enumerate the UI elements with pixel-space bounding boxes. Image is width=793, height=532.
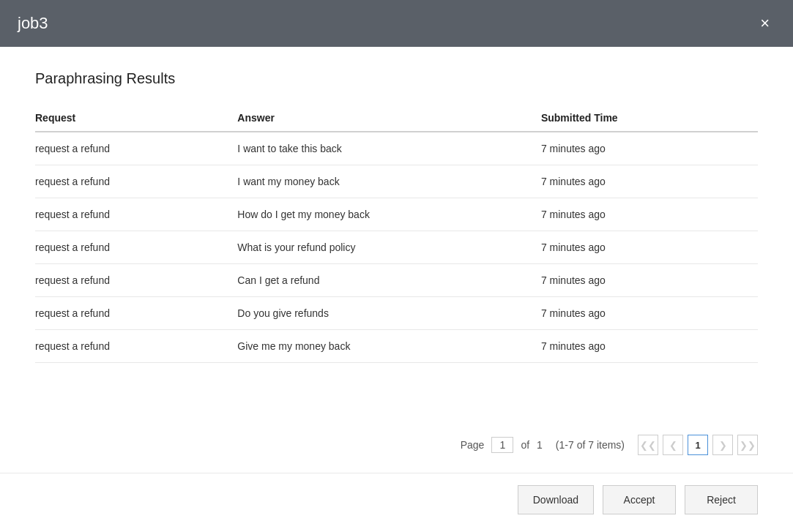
cell-answer: Can I get a refund xyxy=(237,264,541,297)
download-button[interactable]: Download xyxy=(518,485,594,514)
cell-answer: I want to take this back xyxy=(237,132,541,165)
pagination: Page 1 of 1 (1-7 of 7 items) ❮❮ ❮ 1 ❯ ❯❯ xyxy=(35,423,758,461)
accept-button[interactable]: Accept xyxy=(603,485,676,514)
cell-time: 7 minutes ago xyxy=(541,264,758,297)
items-info: (1-7 of 7 items) xyxy=(556,439,625,451)
last-page-button[interactable]: ❯❯ xyxy=(737,435,758,455)
reject-button[interactable]: Reject xyxy=(685,485,758,514)
footer: Download Accept Reject xyxy=(0,473,793,532)
table-row: request a refundHow do I get my money ba… xyxy=(35,198,758,231)
cell-time: 7 minutes ago xyxy=(541,297,758,330)
title-bar: job3 × xyxy=(0,0,793,47)
table-row: request a refundGive me my money back7 m… xyxy=(35,330,758,363)
of-label: of xyxy=(521,439,529,451)
cell-time: 7 minutes ago xyxy=(541,330,758,363)
cell-answer: What is your refund policy xyxy=(237,231,541,264)
table-header: Request Answer Submitted Time xyxy=(35,105,758,132)
main-content: Paraphrasing Results Request Answer Subm… xyxy=(0,47,793,473)
cell-answer: How do I get my money back xyxy=(237,198,541,231)
cell-request: request a refund xyxy=(35,264,237,297)
cell-request: request a refund xyxy=(35,231,237,264)
table-row: request a refundI want to take this back… xyxy=(35,132,758,165)
cell-request: request a refund xyxy=(35,198,237,231)
next-page-button[interactable]: ❯ xyxy=(712,435,733,455)
cell-time: 7 minutes ago xyxy=(541,165,758,198)
cell-request: request a refund xyxy=(35,330,237,363)
page-number: 1 xyxy=(491,437,513,453)
prev-page-button[interactable]: ❮ xyxy=(663,435,683,455)
cell-request: request a refund xyxy=(35,132,237,165)
cell-answer: Give me my money back xyxy=(237,330,541,363)
cell-request: request a refund xyxy=(35,297,237,330)
col-time-header: Submitted Time xyxy=(541,105,758,132)
table-row: request a refundCan I get a refund7 minu… xyxy=(35,264,758,297)
col-request-header: Request xyxy=(35,105,237,132)
cell-time: 7 minutes ago xyxy=(541,198,758,231)
cell-answer: Do you give refunds xyxy=(237,297,541,330)
dialog: job3 × Paraphrasing Results Request Answ… xyxy=(0,0,793,532)
total-pages: 1 xyxy=(537,439,543,451)
cell-request: request a refund xyxy=(35,165,237,198)
cell-answer: I want my money back xyxy=(237,165,541,198)
results-table-container: Request Answer Submitted Time request a … xyxy=(35,105,758,423)
table-row: request a refundDo you give refunds7 min… xyxy=(35,297,758,330)
dialog-title: job3 xyxy=(18,14,48,33)
cell-time: 7 minutes ago xyxy=(541,132,758,165)
close-button[interactable]: × xyxy=(754,12,775,34)
page-label: Page xyxy=(461,439,485,451)
first-page-button[interactable]: ❮❮ xyxy=(638,435,658,455)
table-header-row: Request Answer Submitted Time xyxy=(35,105,758,132)
col-answer-header: Answer xyxy=(237,105,541,132)
table-body: request a refundI want to take this back… xyxy=(35,132,758,363)
section-title: Paraphrasing Results xyxy=(35,70,758,87)
table-row: request a refundWhat is your refund poli… xyxy=(35,231,758,264)
current-page: 1 xyxy=(688,435,708,455)
table-row: request a refundI want my money back7 mi… xyxy=(35,165,758,198)
results-table: Request Answer Submitted Time request a … xyxy=(35,105,758,363)
cell-time: 7 minutes ago xyxy=(541,231,758,264)
